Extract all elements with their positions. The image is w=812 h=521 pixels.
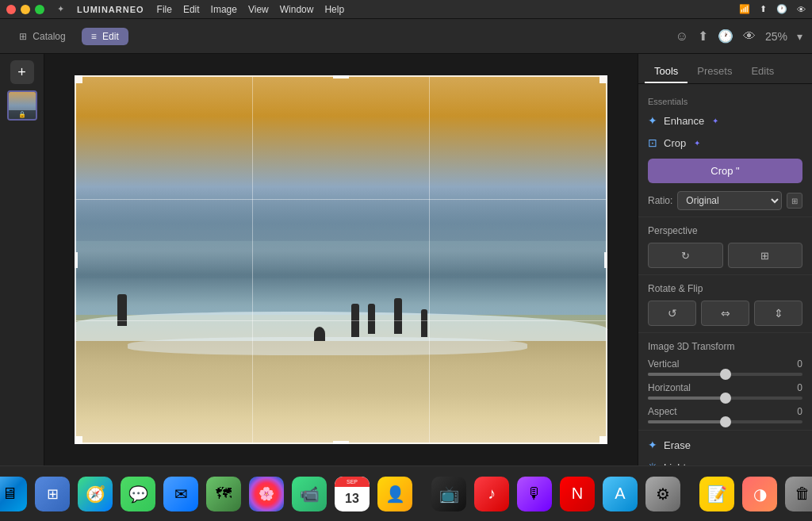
edit-icon: ≡ <box>91 31 97 42</box>
menu-help[interactable]: Help <box>324 4 344 15</box>
dock-launchpad[interactable]: ⊞ <box>33 475 71 513</box>
divider-4 <box>638 430 812 431</box>
dock-appstore[interactable]: A <box>601 475 639 513</box>
dock-finder[interactable]: 🖥 <box>0 475 29 513</box>
ratio-row: Ratio: Original 1:1 4:3 16:9 3:2 Custom … <box>638 188 812 213</box>
calendar-icon: SEP 13 <box>335 477 370 511</box>
app-name-icon: ✦ <box>57 4 64 14</box>
crop-icon: ⊡ <box>648 136 657 149</box>
perspective-btn-2[interactable]: ⊞ <box>728 243 803 268</box>
dock-photos[interactable]: 🌸 <box>247 475 285 513</box>
dock-news[interactable]: N <box>558 475 596 513</box>
close-button[interactable] <box>6 5 16 14</box>
menu-file[interactable]: File <box>157 4 172 15</box>
ratio-icon[interactable]: ⊞ <box>787 193 802 209</box>
divider-1 <box>638 216 812 217</box>
dock-facetime[interactable]: 📹 <box>290 475 328 513</box>
appstore-icon: A <box>603 477 638 511</box>
light-tool[interactable]: ✳ Light <box>638 456 812 465</box>
catalog-button[interactable]: ⊞ Catalog <box>10 28 75 45</box>
menu-image[interactable]: Image <box>211 4 237 15</box>
tab-presets[interactable]: Presets <box>688 60 741 83</box>
photo-container[interactable] <box>75 75 607 444</box>
erase-tool[interactable]: ✦ Erase <box>638 434 812 456</box>
dock-podcasts[interactable]: 🎙 <box>515 475 553 513</box>
perspective-icons: ↻ ⊞ <box>638 239 812 271</box>
vertical-thumb[interactable] <box>720 369 731 380</box>
menu-bar: ✦ LUMINARNEO File Edit Image View Window… <box>0 0 812 19</box>
trash-icon: 🗑 <box>785 477 812 511</box>
dock-contacts[interactable]: 👤 <box>376 475 414 513</box>
menu-edit[interactable]: Edit <box>183 4 200 15</box>
notes-icon: 📝 <box>699 477 734 511</box>
essentials-label: Essentials <box>638 90 812 109</box>
vertical-value: 0 <box>797 358 802 370</box>
vertical-label: Vertical <box>648 358 679 370</box>
photo-image <box>75 75 607 444</box>
aspect-value: 0 <box>797 406 802 417</box>
divider-3 <box>638 332 812 333</box>
dock-safari[interactable]: 🧭 <box>76 475 114 513</box>
aspect-label: Aspect <box>648 406 677 417</box>
horizontal-slider-row: Horizontal 0 <box>638 379 812 403</box>
smiley-icon: ☺ <box>676 29 688 44</box>
ratio-select[interactable]: Original 1:1 4:3 16:9 3:2 Custom <box>677 191 782 210</box>
menu-items: File Edit Image View Window Help <box>157 4 345 15</box>
dock-tv[interactable]: 📺 <box>430 475 468 513</box>
erase-label: Erase <box>664 439 691 451</box>
enhance-tool[interactable]: ✦ Enhance ✦ <box>638 109 812 132</box>
flip-v-btn[interactable]: ⇕ <box>754 301 802 326</box>
dock-messages[interactable]: 💬 <box>119 475 157 513</box>
flip-h-icon: ⇔ <box>721 307 730 320</box>
erase-icon: ✦ <box>648 439 657 451</box>
photo-thumbnail[interactable]: 🔒 <box>7 90 37 121</box>
ratio-label: Ratio: <box>648 195 672 206</box>
horizontal-value: 0 <box>797 382 802 393</box>
aspect-slider-row: Aspect 0 <box>638 403 812 427</box>
flip-h-btn[interactable]: ⇔ <box>701 301 749 326</box>
rotate-btn[interactable]: ↺ <box>648 301 696 326</box>
share-icon[interactable]: ⬆ <box>698 29 708 44</box>
aspect-thumb[interactable] <box>720 416 731 427</box>
horizontal-label: Horizontal <box>648 382 691 393</box>
crop-label: Crop <box>664 137 686 149</box>
contacts-icon: 👤 <box>377 477 412 511</box>
panel-content: Essentials ✦ Enhance ✦ ⊡ Crop ✦ Crop " R… <box>638 84 812 465</box>
crop-tool[interactable]: ⊡ Crop ✦ <box>638 132 812 154</box>
tab-edits[interactable]: Edits <box>741 60 783 83</box>
zoom-chevron[interactable]: ▾ <box>797 30 802 43</box>
aspect-slider[interactable] <box>648 420 802 423</box>
ratio-expand-icon: ⊞ <box>791 197 798 205</box>
horizontal-slider[interactable] <box>648 396 802 400</box>
toolbar: ⊞ Catalog ≡ Edit ☺ ⬆ 🕐 👁 25% ▾ <box>0 19 812 54</box>
dock-notes[interactable]: 📝 <box>698 475 736 513</box>
dock-mail[interactable]: ✉ <box>162 475 200 513</box>
clock-icon: 🕐 <box>776 4 787 14</box>
dock-trash[interactable]: 🗑 <box>783 475 812 513</box>
dock-music[interactable]: ♪ <box>473 475 511 513</box>
tab-tools[interactable]: Tools <box>645 60 688 83</box>
toolbar-right: ☺ ⬆ 🕐 👁 25% ▾ <box>676 29 802 44</box>
safari-icon: 🧭 <box>78 477 113 511</box>
enhance-badge: ✦ <box>712 117 718 125</box>
add-photo-button[interactable]: + <box>10 60 34 84</box>
horizontal-thumb[interactable] <box>720 393 731 404</box>
perspective-icon-1: ↻ <box>681 250 690 262</box>
dock-systemprefs[interactable]: ⚙ <box>644 475 682 513</box>
dock-maps[interactable]: 🗺 <box>205 475 243 513</box>
rotate-flip-row: ↺ ⇔ ⇕ <box>638 297 812 329</box>
minimize-button[interactable] <box>21 5 30 14</box>
dock-arc[interactable]: ◑ <box>741 475 779 513</box>
fullscreen-button[interactable] <box>35 5 44 14</box>
crop-apply-button[interactable]: Crop " <box>648 159 802 183</box>
vertical-slider-row: Vertical 0 <box>638 355 812 379</box>
vertical-slider[interactable] <box>648 373 802 376</box>
systemprefs-icon: ⚙ <box>645 477 680 511</box>
tv-icon: 📺 <box>431 477 466 511</box>
edit-button[interactable]: ≡ Edit <box>82 28 128 45</box>
dock-calendar[interactable]: SEP 13 <box>333 475 371 513</box>
menu-window[interactable]: Window <box>280 4 314 15</box>
menu-view[interactable]: View <box>248 4 269 15</box>
perspective-btn-1[interactable]: ↻ <box>648 243 723 268</box>
flip-v-icon: ⇕ <box>774 307 783 320</box>
